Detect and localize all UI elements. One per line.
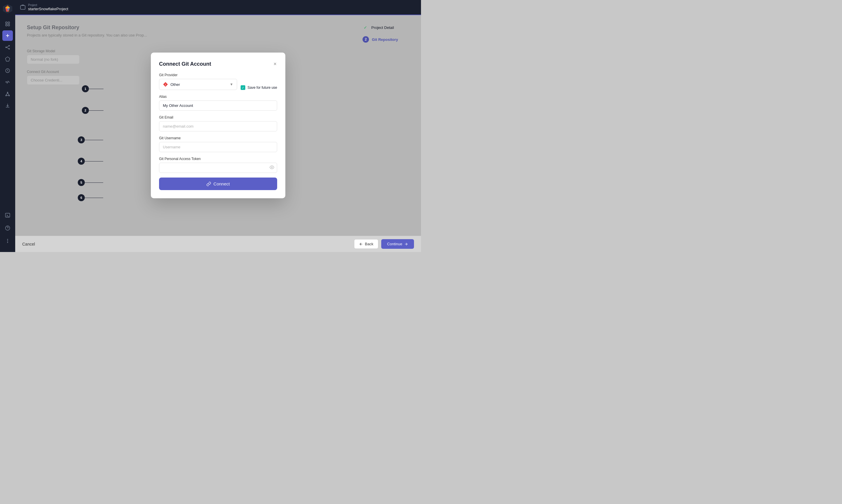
save-future-checkbox-icon: ✓ — [241, 85, 245, 90]
git-provider-row: Git Provider ! Other — [159, 73, 277, 90]
svg-point-14 — [7, 92, 8, 93]
annotation-badge-5: 5 — [78, 179, 85, 186]
annotation-badge-6: 6 — [78, 194, 85, 201]
svg-line-17 — [6, 93, 7, 95]
modal-overlay: 1 2 3 4 — [15, 15, 421, 236]
back-arrow-icon — [359, 242, 363, 246]
annotation-badge-3: 3 — [78, 137, 85, 143]
svg-point-30 — [271, 167, 273, 168]
svg-rect-2 — [5, 22, 7, 23]
project-info: Project starterSnowflakeProject — [28, 4, 68, 11]
bottom-right-buttons: Back Continue — [354, 239, 414, 249]
svg-point-8 — [5, 47, 6, 48]
connect-icon — [206, 182, 211, 186]
connect-git-modal: Connect Git Account × Git Provider — [151, 53, 285, 198]
continue-button[interactable]: Continue — [381, 239, 414, 249]
sidebar-item-storage[interactable] — [2, 19, 13, 29]
git-email-input[interactable] — [159, 121, 277, 131]
annotation-6-container: 6 — [78, 194, 103, 201]
bottom-bar: Cancel Back Continue — [15, 236, 421, 252]
svg-point-22 — [5, 226, 10, 230]
git-provider-field: Git Provider ! Other — [159, 73, 237, 90]
toggle-password-icon[interactable] — [270, 165, 274, 171]
project-name: starterSnowflakeProject — [28, 7, 68, 11]
topbar: Project starterSnowflakeProject — [15, 0, 421, 15]
git-email-label: Git Email — [159, 115, 277, 120]
git-username-label: Git Username — [159, 136, 277, 140]
modal-close-button[interactable]: × — [273, 61, 277, 67]
connect-button[interactable]: Connect — [159, 178, 277, 190]
modal-title: Connect Git Account — [159, 61, 211, 67]
git-email-field: Git Email — [159, 115, 277, 131]
sidebar-item-add[interactable] — [2, 30, 13, 41]
save-future-label: Save for future use — [247, 86, 277, 90]
svg-line-12 — [6, 47, 9, 49]
svg-point-24 — [7, 239, 8, 240]
git-token-field: Git Personal Access Token — [159, 157, 277, 173]
sidebar-item-download[interactable] — [2, 101, 13, 111]
project-icon — [20, 4, 26, 10]
alias-label: Alias — [159, 95, 277, 99]
cancel-button[interactable]: Cancel — [22, 242, 35, 247]
sidebar — [0, 0, 15, 252]
sidebar-bottom — [2, 210, 13, 250]
git-provider-label: Git Provider — [159, 73, 237, 77]
modal-header: Connect Git Account × — [159, 61, 277, 67]
git-token-input[interactable] — [159, 163, 277, 173]
svg-line-11 — [6, 46, 9, 48]
svg-text:!: ! — [165, 83, 166, 86]
annotation-4-container: 4 — [78, 158, 103, 165]
svg-point-9 — [9, 45, 10, 46]
svg-rect-20 — [5, 213, 10, 217]
continue-arrow-icon — [404, 242, 408, 246]
sidebar-item-connections[interactable] — [2, 42, 13, 53]
content: Setup Git Repository Projects are typica… — [15, 15, 421, 236]
sidebar-item-more[interactable] — [2, 236, 13, 246]
annotation-1-container: 1 — [82, 85, 103, 92]
sidebar-item-diamond[interactable] — [2, 54, 13, 64]
sidebar-item-help[interactable] — [2, 223, 13, 233]
git-provider-select[interactable]: ! Other ▼ — [159, 79, 237, 90]
back-label: Back — [365, 242, 373, 246]
app-logo[interactable] — [2, 3, 13, 14]
alias-input[interactable] — [159, 101, 277, 111]
save-future-container: ✓ Save for future use — [241, 85, 277, 90]
main-area: Project starterSnowflakeProject Setup Gi… — [15, 0, 421, 252]
annotation-badge-2: 2 — [82, 107, 89, 114]
sidebar-item-terminal[interactable] — [2, 210, 13, 220]
git-username-input[interactable] — [159, 142, 277, 152]
provider-select-left: ! Other — [163, 82, 180, 87]
svg-line-18 — [7, 93, 9, 95]
sidebar-item-activity[interactable] — [2, 77, 13, 88]
back-button[interactable]: Back — [354, 239, 378, 249]
svg-point-15 — [5, 95, 6, 96]
connect-label: Connect — [213, 181, 230, 186]
svg-point-26 — [7, 242, 8, 243]
svg-rect-3 — [8, 22, 10, 23]
svg-point-10 — [9, 49, 10, 49]
annotation-badge-1: 1 — [82, 85, 89, 92]
continue-label: Continue — [387, 242, 402, 246]
git-username-field: Git Username — [159, 136, 277, 152]
alias-field: Alias — [159, 95, 277, 111]
chevron-down-icon: ▼ — [230, 82, 233, 86]
provider-name: Other — [170, 82, 180, 87]
git-token-label: Git Personal Access Token — [159, 157, 277, 161]
app-container: Project starterSnowflakeProject Setup Gi… — [0, 0, 421, 252]
annotation-3-container: 3 — [78, 137, 103, 143]
annotation-5-container: 5 — [78, 179, 103, 186]
annotation-2-container: 2 — [82, 107, 103, 114]
sidebar-item-nodes[interactable] — [2, 89, 13, 99]
provider-other-icon: ! — [163, 82, 168, 87]
sidebar-item-history[interactable] — [2, 66, 13, 76]
git-token-wrapper — [159, 163, 277, 173]
svg-point-16 — [9, 95, 10, 96]
svg-point-25 — [7, 240, 8, 241]
svg-rect-4 — [5, 24, 7, 26]
svg-rect-5 — [8, 24, 10, 26]
project-label: Project — [28, 4, 68, 7]
annotation-badge-4: 4 — [78, 158, 85, 165]
svg-rect-27 — [20, 5, 25, 10]
